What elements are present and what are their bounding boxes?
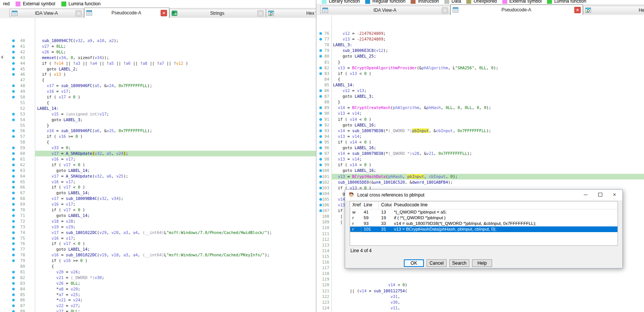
close-icon[interactable]: × <box>607 190 622 200</box>
help-button[interactable]: Help <box>472 259 492 267</box>
code-line[interactable]: 119 <box>316 276 644 282</box>
xref-row[interactable]: r10131v13 = BCryptHashData(phHash, pbInp… <box>350 226 617 232</box>
code-line[interactable]: 71goto LABEL_14; <box>8 213 316 218</box>
code-line[interactable]: 94v13 = v14; <box>316 134 644 139</box>
cancel-button[interactable]: Cancel <box>427 259 447 267</box>
code-line[interactable]: 88} <box>316 99 644 105</box>
code-line[interactable]: 48v17 = sub_1800946FC(a5, &v24, 0x7FFFFF… <box>8 83 316 89</box>
code-line[interactable]: 66if ( v17 < 0 ) <box>8 184 316 190</box>
code-line[interactable]: 53v15 = (unsigned int)v17; <box>8 111 316 117</box>
code-line[interactable]: 84{ <box>316 76 644 82</box>
code-line[interactable]: 97v14 = sub_180079D38(*(_QWORD *)v28, &v… <box>316 151 644 156</box>
code-line[interactable]: 40sub_180094C7C(v32, a9, a10, a2); <box>8 38 316 44</box>
code-line[interactable]: 86*v21 = v24; <box>8 297 316 303</box>
code-line[interactable]: 73v19 = v29; <box>8 224 316 230</box>
tab-hex-view-1[interactable]: Hex View-1 <box>266 9 316 17</box>
code-line[interactable]: 52LABEL_14: <box>8 106 316 111</box>
code-line[interactable]: 124v11, <box>316 305 644 311</box>
tab-close-icon[interactable]: × <box>75 10 82 17</box>
code-line[interactable]: 76if ( v17 < 0 ) <box>8 241 316 246</box>
code-line[interactable]: 42v26 = 0LL; <box>8 49 316 55</box>
code-line[interactable]: 80{ <box>8 264 316 269</box>
code-line[interactable]: 84*a8 = v20; <box>8 286 316 292</box>
code-line[interactable]: 92goto LABEL_16; <box>316 122 644 128</box>
code-line[interactable]: 91if ( v14 < 0 ) <box>316 117 644 122</box>
code-line[interactable]: 78v16 = sub_1801022DC(v19, v18, a3, a4, … <box>8 252 316 258</box>
tab-close-icon[interactable]: × <box>161 10 167 16</box>
code-line[interactable]: 93v14 = sub_180079D38(*(_QWORD *)pbInput… <box>316 128 644 134</box>
code-line[interactable]: 51{ <box>8 100 316 106</box>
code-line[interactable]: 58{ <box>8 139 316 145</box>
code-line[interactable]: 63goto LABEL_14; <box>8 168 316 173</box>
code-line[interactable]: 123v30, <box>316 300 644 305</box>
tab-strings[interactable]: Strings× <box>169 9 266 17</box>
code-line[interactable]: 89v14 = BCryptCreateHash(phAlgorithm, &p… <box>316 105 644 111</box>
tab-ida-view-a[interactable]: IDA View-A× <box>9 9 84 17</box>
code-line[interactable]: 120v14 < 0) <box>316 282 644 288</box>
code-line[interactable]: 45goto LABEL_2; <box>8 66 316 72</box>
code-line[interactable]: 70if ( v17 < 0 ) <box>8 207 316 213</box>
code-line[interactable]: 118 <box>316 271 644 276</box>
code-line[interactable]: 76v12 = -2147024809; <box>316 31 644 36</box>
pseudocode-pane-left[interactable]: 40sub_180094C7C(v32, a9, a10, a2);41v27 … <box>8 18 316 312</box>
code-line[interactable]: 83v26 = 0LL; <box>8 281 316 286</box>
tab-hex-view-1[interactable]: Hex View-1 <box>583 6 644 14</box>
code-line[interactable]: 50if ( v17 < 0 ) <box>8 94 316 100</box>
ok-button[interactable]: OK <box>404 259 424 267</box>
code-line[interactable]: 44if ( !v14 || !a3 || !a4 || !a5 || !a6 … <box>8 61 316 66</box>
code-line[interactable]: 88v27 = 0LL; <box>8 309 316 312</box>
code-line[interactable]: 69v16 = v17; <box>8 201 316 207</box>
code-line[interactable]: 75v16 = v17; <box>8 236 316 241</box>
code-line[interactable]: 49v16 = v17; <box>8 89 316 94</box>
code-line[interactable]: 99if ( v14 < 0 ) <box>316 162 644 168</box>
tab-ida-view-a[interactable]: IDA View-A× <box>320 6 450 14</box>
code-line[interactable]: 55} <box>8 123 316 128</box>
code-line[interactable]: 43memset(v34, 0, sizeof(v34)); <box>8 55 316 61</box>
code-line[interactable]: 82v13 = BCryptOpenAlgorithmProvider(&phA… <box>316 65 644 71</box>
dialog-titlebar[interactable]: Local cross references to pbInput × <box>345 190 622 200</box>
code-line[interactable]: 79if ( v16 >= 0 ) <box>8 258 316 264</box>
code-line[interactable]: 96goto LABEL_16; <box>316 145 644 151</box>
code-line[interactable]: 90v13 = v14; <box>316 111 644 116</box>
code-line[interactable]: 77v13 = -2147024809; <box>316 36 644 42</box>
code-line[interactable]: 77goto LABEL_14; <box>8 246 316 252</box>
code-line[interactable]: 47{ <box>8 77 316 83</box>
column-header-xref[interactable]: Xref <box>350 201 361 209</box>
code-line[interactable]: 81} <box>316 59 644 65</box>
code-line[interactable]: 85*a7 = v25; <box>8 292 316 298</box>
code-line[interactable]: 67goto LABEL_14; <box>8 190 316 196</box>
code-line[interactable]: 65v16 = v17; <box>8 179 316 185</box>
code-line[interactable]: 79sub_18006E3C8(v12); <box>316 48 644 53</box>
xref-row[interactable]: r9333v14 = sub_180079D38(*(_QWORD *)pbIn… <box>350 221 617 226</box>
code-line[interactable]: 78LABEL_3: <box>316 42 644 48</box>
column-header-pseudocode-line[interactable]: Pseudocode line <box>392 201 617 209</box>
code-line[interactable]: 74v17 = sub_1801022DC(v29, v28, a3, a4, … <box>8 230 316 236</box>
maximize-icon[interactable] <box>593 190 607 200</box>
code-line[interactable]: 122v31, <box>316 294 644 300</box>
dock-splitter[interactable] <box>0 18 9 312</box>
code-line[interactable]: 61v16 = v17; <box>8 156 316 162</box>
code-line[interactable]: 87goto LABEL_3; <box>316 94 644 99</box>
code-line[interactable]: 64v17 = A_SHAUpdate(v32, a6, v25); <box>8 173 316 179</box>
xref-row[interactable]: r5919if ( !*(_QWORD *)pbInput ) <box>350 215 617 221</box>
code-line[interactable]: 62if ( v17 < 0 ) <box>8 162 316 168</box>
code-line[interactable]: 86v12 = v13; <box>316 88 644 94</box>
code-line[interactable]: 101v13 = BCryptHashData(phHash, pbInput,… <box>316 174 644 179</box>
tab-close-icon[interactable]: × <box>257 10 264 17</box>
code-line[interactable]: 68v17 = sub_18009BB4C(v32, v34); <box>8 196 316 201</box>
code-line[interactable]: 98v13 = v14; <box>316 156 644 162</box>
code-line[interactable]: 57if ( v16 >= 0 ) <box>8 134 316 139</box>
search-button[interactable]: Search <box>449 259 469 267</box>
code-line[interactable]: 85LABEL_14: <box>316 82 644 88</box>
column-header-line[interactable]: Line <box>361 201 379 209</box>
xref-row[interactable]: w4113*(_QWORD *)pbInput = a5; <box>350 209 617 215</box>
tab-close-icon[interactable]: × <box>442 7 448 14</box>
column-header-column[interactable]: Column <box>379 201 392 209</box>
code-line[interactable]: 56v16 = sub_1800946FC(a6, &v25, 0x7FFFFF… <box>8 128 316 134</box>
code-line[interactable]: 95if ( v14 < 0 ) <box>316 139 644 145</box>
minimize-icon[interactable] <box>578 190 593 200</box>
code-line[interactable]: 72v18 = v28; <box>8 218 316 224</box>
code-line[interactable]: 80goto LABEL_25; <box>316 53 644 59</box>
code-line[interactable]: 102sub_180065DE0(&unk_18018C520, &dword_… <box>316 179 644 185</box>
code-line[interactable]: 87v22 = v27; <box>8 303 316 309</box>
